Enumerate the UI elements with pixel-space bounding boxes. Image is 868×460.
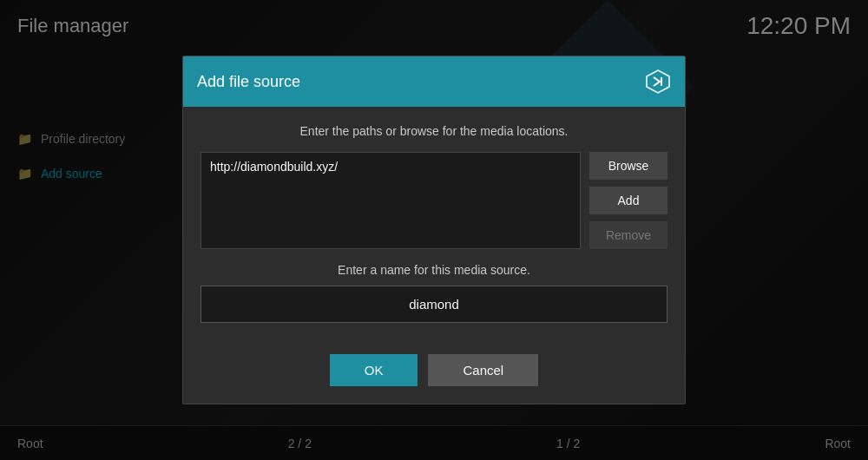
dialog-title: Add file source: [197, 73, 300, 91]
path-row: http://diamondbuild.xyz/ Browse Add Remo…: [201, 152, 667, 249]
dialog-body: Enter the paths or browse for the media …: [183, 107, 685, 340]
path-value: http://diamondbuild.xyz/: [210, 160, 338, 174]
kodi-logo-icon: [645, 69, 671, 95]
ok-button[interactable]: OK: [330, 354, 418, 386]
path-buttons: Browse Add Remove: [589, 152, 667, 249]
dialog-footer: OK Cancel: [183, 340, 685, 404]
path-input-area[interactable]: http://diamondbuild.xyz/: [201, 152, 581, 249]
add-button[interactable]: Add: [589, 187, 667, 214]
dialog-header: Add file source: [183, 56, 685, 107]
browse-button[interactable]: Browse: [589, 152, 667, 180]
source-name-input[interactable]: [201, 286, 667, 323]
cancel-button[interactable]: Cancel: [428, 354, 538, 386]
path-instruction: Enter the paths or browse for the media …: [201, 124, 667, 138]
svg-marker-0: [647, 70, 669, 93]
add-file-source-dialog: Add file source Enter the paths or brows…: [182, 56, 686, 404]
modal-overlay: Add file source Enter the paths or brows…: [0, 0, 868, 460]
name-instruction: Enter a name for this media source.: [201, 263, 667, 277]
remove-button[interactable]: Remove: [589, 221, 667, 249]
